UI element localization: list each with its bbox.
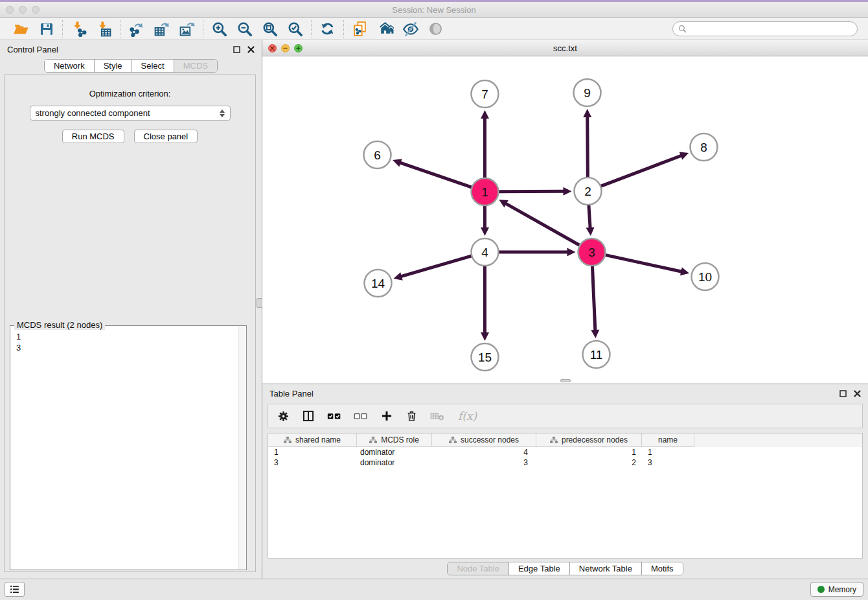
graph-node-label: 14 <box>371 277 385 290</box>
close-panel-icon[interactable] <box>854 390 861 397</box>
tab-edge-table[interactable]: Edge Table <box>508 562 569 575</box>
network-close-button[interactable] <box>268 44 277 52</box>
tab-mcds[interactable]: MCDS <box>174 60 217 72</box>
memory-status-dot <box>817 586 825 593</box>
graph-edge-3-10[interactable] <box>606 255 681 271</box>
zoom-fit-button[interactable] <box>261 20 279 38</box>
graph-arrowhead-icon <box>680 268 689 276</box>
open-session-button[interactable] <box>12 20 30 38</box>
save-session-button[interactable] <box>38 20 55 38</box>
network-canvas[interactable]: 7968124314101511 <box>262 56 868 384</box>
network-minimize-button[interactable] <box>281 44 290 52</box>
close-panel-button[interactable]: Close panel <box>134 130 198 143</box>
function-builder-button[interactable]: f(x) <box>458 410 477 422</box>
app-titlebar: Session: New Session <box>0 2 868 18</box>
graph-edge-4-14[interactable] <box>402 256 471 276</box>
tab-motifs[interactable]: Motifs <box>641 562 683 575</box>
graph-edge-2-3[interactable] <box>589 205 590 227</box>
select-all-columns-button[interactable] <box>327 410 341 422</box>
graph-arrowhead-icon <box>481 227 489 236</box>
graph-node-label: 10 <box>698 270 712 284</box>
zoom-out-button[interactable] <box>236 20 253 38</box>
import-table-icon <box>96 21 112 37</box>
graph-node-label: 15 <box>478 351 492 364</box>
graph-arrowhead-icon <box>481 332 489 341</box>
graph-arrowhead-icon <box>393 159 402 167</box>
graph-edge-3-11[interactable] <box>592 266 595 330</box>
column-header-predecessor-nodes[interactable]: predecessor nodes <box>536 433 642 447</box>
home-button[interactable] <box>376 20 394 38</box>
tab-style[interactable]: Style <box>94 60 131 72</box>
table-row[interactable]: 1 dominator 4 1 1 <box>268 447 862 457</box>
zoom-in-icon <box>211 21 228 38</box>
zoom-selected-icon <box>287 21 304 38</box>
zoom-selected-button[interactable] <box>286 20 304 38</box>
checked-boxes-icon <box>327 410 341 422</box>
select-stepper-icon <box>220 110 225 117</box>
tab-network-table[interactable]: Network Table <box>569 562 641 575</box>
criterion-select[interactable]: strongly connected component <box>30 106 231 121</box>
delete-table-button[interactable] <box>430 410 446 422</box>
graph-edge-3-1[interactable] <box>507 204 580 246</box>
graph-edge-1-6[interactable] <box>400 163 471 187</box>
refresh-layout-button[interactable] <box>319 20 336 38</box>
close-panel-icon[interactable] <box>247 46 255 53</box>
control-panel: Control Panel Network Style Select MCDS … <box>0 40 262 579</box>
zoom-in-button[interactable] <box>211 20 228 38</box>
horizontal-splitter-handle[interactable] <box>560 379 571 382</box>
result-scrollbar[interactable] <box>238 327 246 569</box>
search-field[interactable] <box>672 21 858 36</box>
column-label: predecessor nodes <box>562 435 628 444</box>
table-panel-title: Table Panel <box>269 389 839 398</box>
hierarchy-icon <box>284 436 291 444</box>
import-network-icon <box>71 21 87 37</box>
column-label: shared name <box>295 435 341 444</box>
cell-shared-name: 1 <box>268 448 357 457</box>
tab-node-table[interactable]: Node Table <box>448 562 508 575</box>
network-zoom-button[interactable] <box>294 44 303 52</box>
control-panel-title: Control Panel <box>7 45 233 54</box>
task-history-button[interactable] <box>5 582 25 597</box>
table-settings-button[interactable] <box>277 410 290 422</box>
delete-column-button[interactable] <box>405 410 418 422</box>
clone-network-button[interactable] <box>351 20 369 38</box>
clone-network-icon <box>352 21 368 37</box>
graph-edge-1-2[interactable] <box>499 191 563 192</box>
save-icon <box>39 21 54 37</box>
column-header-name[interactable]: name <box>642 433 694 447</box>
show-all-button[interactable] <box>427 20 444 38</box>
memory-button[interactable]: Memory <box>810 582 863 597</box>
tab-select[interactable]: Select <box>131 60 174 72</box>
deselect-all-columns-button[interactable] <box>354 410 368 422</box>
column-header-mcds-role[interactable]: MCDS role <box>357 433 432 447</box>
search-input[interactable] <box>690 24 852 34</box>
graph-edge-2-8[interactable] <box>601 156 681 186</box>
main-toolbar <box>0 18 868 40</box>
graph-node-label: 3 <box>588 246 595 259</box>
tab-network[interactable]: Network <box>45 60 94 72</box>
column-header-shared-name[interactable]: shared name <box>268 433 357 447</box>
run-mcds-button[interactable]: Run MCDS <box>62 130 124 143</box>
column-label: name <box>658 435 678 444</box>
unchecked-boxes-icon <box>354 410 368 422</box>
plus-icon <box>380 410 393 422</box>
hide-selected-button[interactable] <box>402 20 419 38</box>
import-table-button[interactable] <box>95 20 113 38</box>
column-header-successor-nodes[interactable]: successor nodes <box>432 433 536 447</box>
export-table-button[interactable] <box>153 20 170 38</box>
export-image-button[interactable] <box>178 20 196 38</box>
float-panel-icon[interactable] <box>839 390 847 397</box>
float-panel-icon[interactable] <box>233 46 240 53</box>
table-header-row: shared name MCDS role successor nodes pr… <box>268 433 862 447</box>
column-visibility-button[interactable] <box>302 410 315 422</box>
vertical-splitter-handle[interactable] <box>257 298 262 308</box>
cell-name: 1 <box>642 448 694 457</box>
graph-arrowhead-icon <box>394 272 403 280</box>
add-column-button[interactable] <box>380 410 393 422</box>
export-network-button[interactable] <box>128 20 145 38</box>
import-network-button[interactable] <box>70 20 87 38</box>
mcds-result-line: 3 <box>16 342 240 353</box>
table-row[interactable]: 3 dominator 3 2 3 <box>268 457 862 468</box>
graph-edge-2-9[interactable] <box>588 117 588 177</box>
hierarchy-icon <box>449 436 457 444</box>
